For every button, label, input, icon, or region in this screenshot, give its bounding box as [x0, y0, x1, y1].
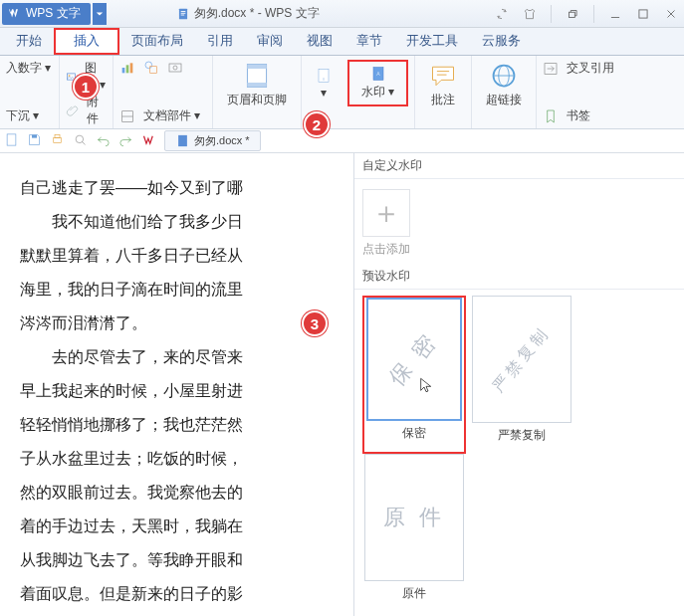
svg-line-38: [82, 141, 85, 144]
doc-line: 从我脚边飞去了。等我睁开眼和: [20, 543, 342, 577]
tab-insert[interactable]: 插入: [54, 28, 119, 55]
header-footer-button[interactable]: 页眉和页脚: [219, 60, 295, 110]
tab-cloud[interactable]: 云服务: [470, 28, 533, 55]
app-name: WPS 文字: [26, 5, 81, 22]
svg-rect-2: [180, 12, 185, 13]
app-menu-dropdown[interactable]: [93, 3, 107, 25]
tab-review[interactable]: 审阅: [245, 28, 295, 55]
doc-line: 早上我起来的时候，小屋里射进: [20, 374, 342, 408]
new-doc-button[interactable]: [4, 132, 19, 149]
callout-2: 2: [304, 111, 330, 137]
print-preview-button[interactable]: [73, 132, 88, 149]
document-canvas[interactable]: 自己逃走了罢——如今又到了哪 我不知道他们给了我多少日 默默里算着，八千多日子已…: [0, 153, 353, 616]
shape-icon: [143, 60, 159, 76]
preset-no-copy[interactable]: 严禁复制 严禁复制: [470, 296, 573, 454]
titlebar: WPS 文字 匆匆.docx * - WPS 文字: [0, 0, 684, 28]
wps-logo-icon: [8, 7, 22, 21]
callout-1: 1: [73, 74, 99, 100]
cursor-icon: [418, 373, 434, 399]
doc-line: 轻轻悄悄地挪移了；我也茫茫然: [20, 408, 342, 442]
bookmark-button[interactable]: 书签: [567, 107, 590, 124]
parts-icon: [119, 108, 135, 124]
print-button[interactable]: [50, 132, 65, 149]
insert-number-button[interactable]: 入数字 ▾: [6, 60, 51, 77]
chevron-down-icon: [96, 10, 104, 18]
svg-rect-35: [54, 138, 62, 143]
ribbon: 入数字 ▾ 下沉 ▾ 图片 ▾ 附件 文档部件 ▾ 页眉和页脚: [0, 56, 684, 129]
crossref-button[interactable]: 交叉引用: [567, 60, 614, 77]
screenshot-icon: [167, 60, 183, 76]
chart-icon: [119, 60, 135, 76]
svg-rect-33: [7, 134, 16, 145]
doc-line: 自己逃走了罢——如今又到了哪: [20, 171, 342, 205]
hyperlink-button[interactable]: 超链接: [478, 60, 530, 110]
svg-rect-36: [55, 135, 60, 138]
ribbon-tabs: 开始 插入 页面布局 引用 审阅 视图 章节 开发工具 云服务: [0, 28, 684, 56]
watermark-icon: A: [370, 66, 386, 82]
doc-line: 然的双眼前过去。我觉察他去的: [20, 476, 342, 510]
doc-line: 着面叹息。但是新来的日子的影: [20, 577, 342, 611]
document-parts-button[interactable]: 文档部件 ▾: [143, 107, 200, 124]
preset-watermark-title: 预设水印: [354, 264, 684, 290]
custom-watermark-title: 自定义水印: [354, 153, 684, 179]
restore-up-icon[interactable]: [566, 5, 579, 23]
doc-line: 子从水盆里过去；吃饭的时候，: [20, 442, 342, 476]
wps-w-icon: [141, 132, 156, 147]
hyperlink-icon: [490, 62, 518, 90]
doc-line: 涔涔而泪潸潸了。: [20, 307, 342, 340]
maximize-icon[interactable]: [636, 5, 650, 23]
save-button[interactable]: [27, 132, 42, 149]
close-icon[interactable]: [664, 5, 678, 23]
comment-button[interactable]: 批注: [421, 60, 465, 110]
svg-rect-13: [130, 63, 133, 73]
page-number-button[interactable]: # ▾: [308, 66, 340, 102]
watermark-button[interactable]: A 水印 ▾: [353, 64, 402, 103]
skin-icon[interactable]: [523, 5, 537, 23]
comment-icon: [429, 62, 457, 90]
dropcap-button[interactable]: 下沉 ▾: [6, 107, 39, 124]
undo-button[interactable]: [96, 132, 111, 149]
svg-rect-12: [126, 65, 129, 73]
tab-start[interactable]: 开始: [4, 28, 54, 55]
tab-chapter[interactable]: 章节: [344, 28, 394, 55]
doc-line: 去的尽管去了，来的尽管来: [20, 340, 342, 374]
preset-original[interactable]: 原 件 原件: [362, 454, 466, 612]
redo-button[interactable]: [118, 132, 133, 149]
svg-rect-21: [247, 65, 266, 69]
svg-rect-3: [180, 14, 184, 15]
window-title: 匆匆.docx * - WPS 文字: [176, 5, 320, 22]
doc-line: 海里，我的日子滴在时间的流里: [20, 273, 342, 307]
svg-rect-16: [169, 64, 181, 72]
tab-layout[interactable]: 页面布局: [119, 28, 195, 55]
quick-access-bar: 匆匆.docx *: [0, 129, 684, 153]
add-watermark-button[interactable]: ＋: [362, 189, 410, 237]
bookmark-icon: [543, 108, 559, 124]
sync-icon[interactable]: [495, 5, 509, 23]
doc-line: 默默里算着，八千多日子已经从: [20, 239, 342, 273]
tab-references[interactable]: 引用: [195, 28, 245, 55]
document-icon: [176, 7, 190, 21]
svg-point-17: [173, 66, 177, 70]
add-watermark-label: 点击添加: [362, 241, 410, 258]
document-icon: [175, 133, 190, 148]
crossref-icon: [543, 61, 559, 77]
tab-view[interactable]: 视图: [295, 28, 344, 55]
svg-rect-22: [247, 83, 266, 87]
watermark-panel: 自定义水印 ＋ 点击添加 预设水印 保 密 保密 严禁复制 严禁复制 原 件 原…: [353, 153, 684, 616]
svg-point-14: [145, 62, 152, 69]
svg-rect-11: [122, 68, 125, 73]
preset-baomi[interactable]: 保 密 保密: [362, 296, 466, 454]
doc-line: 着的手边过去，天黑时，我躺在: [20, 510, 342, 543]
app-menu-button[interactable]: WPS 文字: [2, 3, 91, 25]
svg-rect-0: [179, 8, 187, 19]
svg-rect-39: [178, 135, 187, 146]
doc-line: 我不知道他们给了我多少日: [20, 205, 342, 239]
minimize-icon[interactable]: [608, 5, 622, 23]
header-footer-icon: [243, 62, 271, 90]
svg-rect-4: [570, 12, 575, 17]
window-controls: [495, 5, 684, 23]
svg-rect-6: [639, 9, 647, 17]
svg-rect-1: [180, 11, 185, 12]
tab-devtools[interactable]: 开发工具: [394, 28, 470, 55]
document-tab[interactable]: 匆匆.docx *: [164, 130, 261, 151]
